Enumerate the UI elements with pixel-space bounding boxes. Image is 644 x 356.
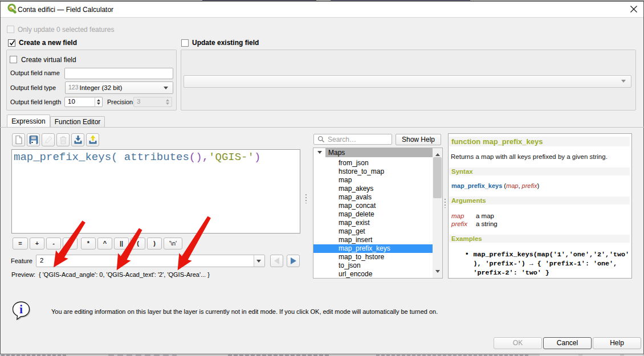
svg-text:i: i bbox=[19, 303, 23, 316]
